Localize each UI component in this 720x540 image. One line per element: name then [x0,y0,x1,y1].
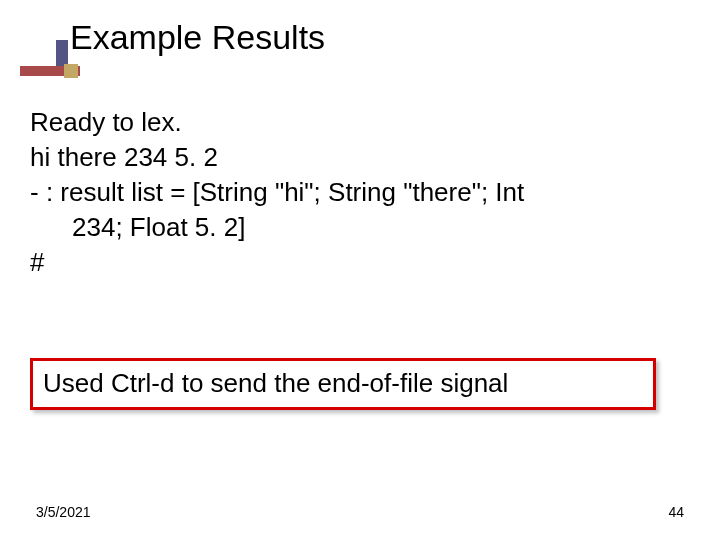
body-line-4: # [30,245,690,280]
footer-date: 3/5/2021 [36,504,91,520]
callout-text: Used Ctrl-d to send the end-of-file sign… [43,368,508,398]
slide: Example Results Ready to lex. hi there 2… [0,0,720,540]
body-line-3b: 234; Float 5. 2] [30,210,690,245]
callout-box: Used Ctrl-d to send the end-of-file sign… [30,358,656,410]
slide-body: Ready to lex. hi there 234 5. 2 - : resu… [30,105,690,280]
slide-title: Example Results [70,18,325,57]
body-line-1: Ready to lex. [30,105,690,140]
title-decoration [20,64,80,78]
body-line-2: hi there 234 5. 2 [30,140,690,175]
deco-square [64,64,78,78]
footer-page-number: 44 [668,504,684,520]
slide-title-wrap: Example Results [70,18,325,57]
body-line-3a: - : result list = [String "hi"; String "… [30,175,690,210]
